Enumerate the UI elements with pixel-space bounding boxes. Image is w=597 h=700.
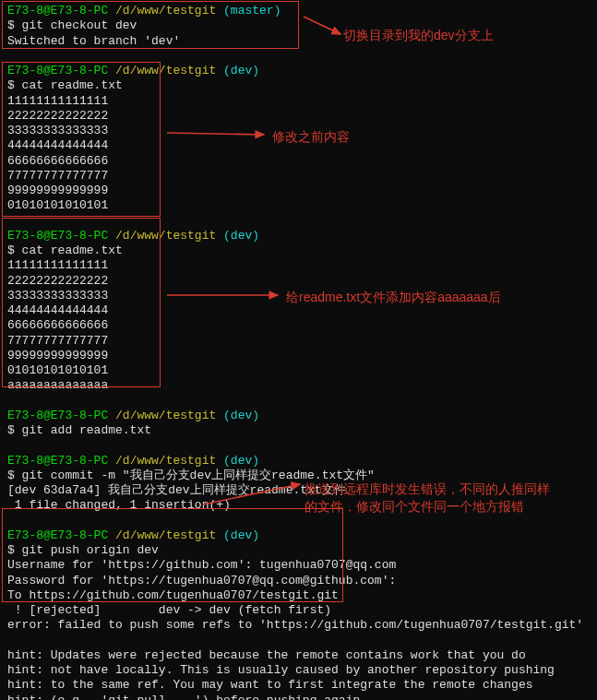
prompt-branch: (dev) <box>223 528 259 542</box>
hint-line: hint: (e.g., 'git pull ...') before push… <box>7 694 590 701</box>
file-line: 22222222222222 <box>7 274 590 289</box>
annotation-text-3: 给readme.txt文件添加内容aaaaaaa后 <box>286 290 501 306</box>
hint-line: hint: Updates were rejected because the … <box>7 648 590 663</box>
file-line: 77777777777777 <box>7 334 590 349</box>
prompt-branch: (dev) <box>223 229 259 243</box>
output-line: Password for 'https://tugenhua0707@qq.co… <box>7 574 590 588</box>
file-line: 99999999999999 <box>7 349 590 363</box>
file-line: 66666666666666 <box>7 154 590 169</box>
prompt-path: /d/www/testgit <box>115 409 223 422</box>
output-line: ! [rejected] dev -> dev (fetch first) <box>7 603 590 618</box>
prompt-user: E73-8@E73-8-PC <box>7 528 115 542</box>
hint-line: hint: not have locally. This is usually … <box>7 663 590 678</box>
terminal-output: E73-8@E73-8-PC /d/www/testgit (master) $… <box>0 0 597 700</box>
prompt-user: E73-8@E73-8-PC <box>7 229 115 243</box>
prompt-path: /d/www/testgit <box>115 4 223 18</box>
prompt-path: /d/www/testgit <box>115 64 223 77</box>
file-line: 11111111111111 <box>7 258 590 273</box>
output-line: Switched to branch 'dev' <box>7 34 590 49</box>
file-line: 77777777777777 <box>7 169 590 184</box>
file-line: 01010101010101 <box>7 363 590 378</box>
file-line: 01010101010101 <box>7 198 590 213</box>
command-line: $ git add readme.txt <box>7 423 590 438</box>
command-line: $ cat readme.txt <box>7 243 590 258</box>
prompt-user: E73-8@E73-8-PC <box>7 454 115 468</box>
prompt-user: E73-8@E73-8-PC <box>7 4 115 18</box>
prompt-path: /d/www/testgit <box>115 454 223 468</box>
file-line: 66666666666666 <box>7 318 590 333</box>
prompt-branch: (dev) <box>223 409 259 422</box>
annotation-text-2: 修改之前内容 <box>272 129 350 146</box>
output-line: error: failed to push some refs to 'http… <box>7 618 590 633</box>
prompt-branch: (master) <box>223 4 281 18</box>
annotation-text-4: 推送到远程库时发生错误，不同的人推同样 的文件，修改同个文件同一个地方报错 <box>304 481 550 516</box>
annotation-text-1: 切换目录到我的dev分支上 <box>343 28 494 44</box>
output-line: Username for 'https://github.com': tugen… <box>7 558 590 573</box>
prompt-branch: (dev) <box>223 64 259 77</box>
prompt-path: /d/www/testgit <box>115 229 223 243</box>
command-line: $ cat readme.txt <box>7 78 590 93</box>
file-line: 11111111111111 <box>7 94 590 109</box>
command-line: $ git checkout dev <box>7 18 590 33</box>
prompt-branch: (dev) <box>223 454 259 468</box>
file-line: aaaaaaaaaaaaaa <box>7 378 590 393</box>
hint-line: hint: to the same ref. You may want to f… <box>7 678 590 693</box>
output-line: To https://github.com/tugenhua0707/testg… <box>7 588 590 603</box>
prompt-user: E73-8@E73-8-PC <box>7 64 115 77</box>
file-line: 99999999999999 <box>7 184 590 198</box>
command-line: $ git push origin dev <box>7 543 590 558</box>
prompt-user: E73-8@E73-8-PC <box>7 409 115 422</box>
prompt-path: /d/www/testgit <box>115 528 223 542</box>
file-line: 22222222222222 <box>7 109 590 124</box>
